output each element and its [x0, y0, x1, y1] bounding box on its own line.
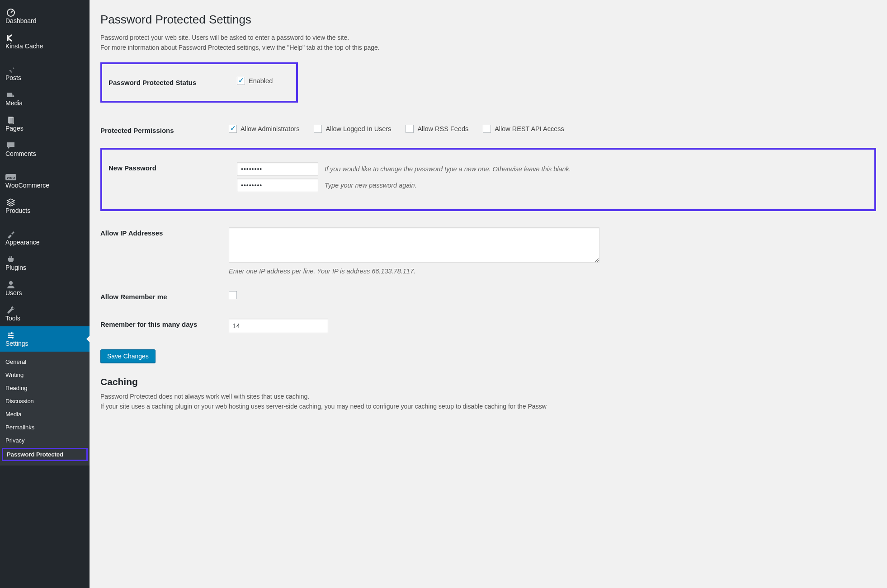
dashboard-icon	[5, 8, 16, 17]
perm-rest-text: Allow REST API Access	[495, 125, 564, 132]
status-enabled-text: Enabled	[249, 77, 273, 85]
sidebar-item-label: Users	[5, 289, 22, 296]
sidebar-item-users[interactable]: Users	[0, 276, 90, 301]
kinsta-icon	[5, 33, 16, 42]
admin-sidebar: Dashboard Kinsta Cache Posts Media Pages…	[0, 0, 90, 588]
sidebar-item-pages[interactable]: Pages	[0, 111, 90, 136]
media-icon	[5, 90, 16, 99]
perm-loggedin-checkbox[interactable]	[314, 125, 322, 133]
pin-icon	[5, 65, 16, 74]
users-icon	[5, 280, 16, 289]
status-enabled-label[interactable]: Enabled	[237, 77, 273, 85]
submenu-password-protected[interactable]: Password Protected	[2, 448, 88, 461]
page-description-2: For more information about Password Prot…	[100, 43, 876, 53]
perm-admins[interactable]: Allow Administrators	[229, 125, 300, 133]
sidebar-item-label: Tools	[5, 315, 20, 322]
perm-rss[interactable]: Allow RSS Feeds	[406, 125, 468, 133]
sidebar-item-label: Kinsta Cache	[5, 42, 43, 50]
perm-loggedin[interactable]: Allow Logged In Users	[314, 125, 391, 133]
page-description-1: Password protect your web site. Users wi…	[100, 33, 876, 43]
submenu-writing[interactable]: Writing	[0, 368, 90, 381]
perm-rss-checkbox[interactable]	[406, 125, 414, 133]
perm-admins-checkbox[interactable]	[229, 125, 237, 133]
svg-point-8	[8, 334, 10, 336]
sidebar-item-label: Comments	[5, 150, 36, 157]
sidebar-item-label: Settings	[5, 340, 28, 347]
sidebar-item-appearance[interactable]: Appearance	[0, 225, 90, 250]
caching-line-2: If your site uses a caching plugin or yo…	[100, 402, 876, 412]
svg-text:woo: woo	[6, 175, 15, 180]
submenu-privacy[interactable]: Privacy	[0, 434, 90, 447]
submenu-reading[interactable]: Reading	[0, 381, 90, 395]
sidebar-item-settings[interactable]: Settings	[0, 326, 90, 352]
status-enabled-checkbox[interactable]	[237, 77, 245, 85]
main-content: Password Protected Settings Password pro…	[90, 0, 887, 588]
remember-me-checkbox[interactable]	[229, 291, 237, 299]
allow-ip-hint: Enter one IP address per line. Your IP i…	[229, 268, 872, 275]
perm-admins-text: Allow Administrators	[241, 125, 300, 132]
products-icon	[5, 198, 16, 207]
submenu-discussion[interactable]: Discussion	[0, 395, 90, 408]
settings-submenu: General Writing Reading Discussion Media…	[0, 352, 90, 466]
settings-icon	[5, 331, 16, 340]
sidebar-item-comments[interactable]: Comments	[0, 136, 90, 162]
sidebar-item-tools[interactable]: Tools	[0, 301, 90, 326]
plugins-icon	[5, 255, 16, 264]
new-password-input-1[interactable]	[237, 162, 318, 176]
sidebar-item-woocommerce[interactable]: woo WooCommerce	[0, 168, 90, 193]
svg-rect-1	[7, 93, 12, 97]
caching-line-1: Password Protected does not always work …	[100, 392, 876, 402]
sidebar-item-label: Dashboard	[5, 17, 37, 24]
new-password-hint-2: Type your new password again.	[325, 182, 417, 189]
perm-rss-text: Allow RSS Feeds	[417, 125, 468, 132]
sidebar-item-label: Media	[5, 99, 23, 107]
status-label: Password Protected Status	[109, 69, 232, 96]
remember-me-label: Allow Remember me	[100, 283, 224, 310]
sidebar-item-kinsta-cache[interactable]: Kinsta Cache	[0, 29, 90, 54]
perm-rest-checkbox[interactable]	[483, 125, 491, 133]
sidebar-item-label: Posts	[5, 74, 21, 81]
tools-icon	[5, 306, 16, 315]
submenu-general[interactable]: General	[0, 355, 90, 368]
allow-ip-textarea[interactable]	[229, 227, 599, 263]
new-password-label: New Password	[109, 154, 232, 203]
allow-ip-label: Allow IP Addresses	[100, 219, 224, 283]
sidebar-item-label: Products	[5, 207, 30, 214]
sidebar-item-plugins[interactable]: Plugins	[0, 250, 90, 276]
sidebar-item-posts[interactable]: Posts	[0, 61, 90, 86]
sidebar-item-label: Pages	[5, 125, 24, 132]
save-changes-button[interactable]: Save Changes	[100, 349, 156, 363]
permissions-label: Protected Permissions	[100, 117, 224, 144]
sidebar-item-label: Appearance	[5, 239, 40, 246]
new-password-input-2[interactable]	[237, 179, 318, 192]
perm-loggedin-text: Allow Logged In Users	[326, 125, 391, 132]
woo-icon: woo	[5, 173, 16, 182]
sidebar-item-label: WooCommerce	[5, 182, 49, 189]
svg-point-6	[9, 281, 13, 285]
remember-days-input[interactable]	[229, 319, 328, 333]
remember-days-label: Remember for this many days	[100, 310, 224, 341]
submenu-media[interactable]: Media	[0, 408, 90, 421]
caching-heading: Caching	[100, 376, 876, 387]
sidebar-item-products[interactable]: Products	[0, 193, 90, 219]
perm-rest[interactable]: Allow REST API Access	[483, 125, 564, 133]
svg-point-7	[11, 332, 13, 334]
new-password-hint-1: If you would like to change the password…	[325, 165, 571, 173]
svg-point-9	[12, 337, 14, 339]
comment-icon	[5, 141, 16, 150]
sidebar-item-media[interactable]: Media	[0, 86, 90, 111]
appearance-icon	[5, 230, 16, 239]
sidebar-item-dashboard[interactable]: Dashboard	[0, 4, 90, 29]
submenu-permalinks[interactable]: Permalinks	[0, 421, 90, 434]
page-title: Password Protected Settings	[100, 13, 876, 27]
pages-icon	[5, 116, 16, 125]
sidebar-item-label: Plugins	[5, 264, 26, 271]
